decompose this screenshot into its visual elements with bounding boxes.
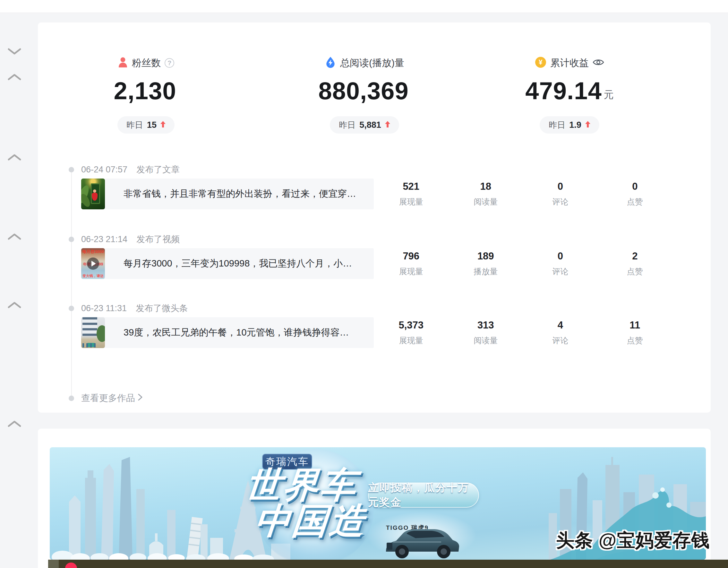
collapse-chevron-up-icon[interactable]	[7, 73, 21, 81]
fans-count: 2,130	[114, 76, 176, 105]
stat-total-reads: 总阅读(播放)量 880,369 昨日 5,881	[262, 56, 467, 133]
article-thumbnail[interactable]	[81, 178, 105, 209]
stat-earnings: ¥ 累计收益 479.14 元 昨日 1.9	[467, 56, 672, 133]
user-icon	[118, 56, 128, 69]
publish-action: 发布了文章	[136, 164, 180, 175]
photo-thumbnail[interactable]	[81, 317, 105, 348]
watermark-author-handle: 头条 @宝妈爱存钱	[556, 528, 710, 553]
help-icon[interactable]: ?	[165, 58, 174, 68]
banner-slogan-line2: 中国造	[253, 503, 368, 538]
view-more-works-link[interactable]: 查看更多作品	[81, 393, 143, 403]
timeline-entry-header: 06-24 07:57 发布了文章	[81, 164, 180, 175]
collapse-chevron-down-icon[interactable]	[7, 47, 21, 56]
metric-label: 展现量	[399, 335, 423, 346]
collapse-chevron-up-icon[interactable]	[7, 232, 21, 241]
publish-time: 06-24 07:57	[81, 165, 127, 175]
work-row-article: 非常省钱，并且非常有型的外出装扮，看过来，便宜穿… 521展现量 18阅读量 0…	[81, 178, 672, 209]
metric-value: 796	[403, 250, 419, 262]
top-bar	[0, 0, 728, 13]
metric-value: 0	[558, 181, 563, 192]
timeline-dot	[69, 237, 74, 242]
bottom-strip-side	[48, 560, 59, 568]
chevron-right-icon	[138, 393, 143, 404]
timeline-dot	[69, 306, 74, 311]
earnings-amount: 479.14	[525, 76, 602, 105]
collapse-chevron-up-icon[interactable]	[7, 153, 21, 161]
metric-label: 点赞	[627, 196, 643, 207]
thumb-caption: 变大钱，请达	[81, 273, 105, 278]
stat-label: 粉丝数	[132, 56, 161, 70]
metric-value: 18	[480, 181, 491, 192]
stats-and-works-card: 粉丝数 ? 2,130 昨日 15 总阅读(播放)量 880,369 昨日	[38, 22, 711, 413]
timeline-entry-header: 06-23 21:14 发布了视频	[81, 234, 180, 244]
read-drop-bolt-icon	[325, 56, 336, 69]
stat-label: 总阅读(播放)量	[340, 56, 404, 70]
trend-up-arrow-icon	[385, 121, 390, 129]
metric-value: 521	[403, 181, 419, 192]
submit-contest-button[interactable]: 立即投稿，瓜分十万元奖金	[368, 483, 479, 508]
work-metrics: 796展现量 189播放量 0评论 2点赞	[374, 248, 672, 279]
collapse-chevron-up-icon[interactable]	[7, 301, 21, 309]
metric-label: 播放量	[474, 266, 498, 277]
work-link[interactable]: 每月存3000 年变为1099 变大钱，请达 每月存3000，三年变为10999…	[81, 248, 374, 279]
creator-dashboard-page: { "stats": { "items": [ { "label": "粉丝数"…	[0, 0, 728, 568]
metric-value: 11	[630, 320, 640, 331]
work-title[interactable]: 非常省钱，并且非常有型的外出装扮，看过来，便宜穿…	[124, 178, 369, 209]
work-title[interactable]: 39度，农民工兄弟的午餐，10元管饱，谁挣钱挣得容…	[124, 317, 369, 348]
metric-label: 评论	[552, 335, 568, 346]
metric-value: 4	[558, 320, 563, 331]
metric-value: 0	[632, 181, 638, 192]
thumb-caption: 每月存3000	[81, 249, 105, 254]
video-thumbnail[interactable]: 每月存3000 年变为1099 变大钱，请达	[81, 248, 105, 279]
yesterday-badge: 昨日 5,881	[330, 116, 399, 133]
timeline-line	[71, 169, 72, 398]
metric-label: 评论	[552, 196, 568, 207]
metric-value: 2	[632, 250, 638, 262]
work-metrics: 521展现量 18阅读量 0评论 0点赞	[374, 178, 672, 209]
stat-label: 累计收益	[550, 56, 589, 70]
play-icon[interactable]	[87, 257, 99, 270]
earnings-unit: 元	[604, 88, 614, 105]
metric-label: 点赞	[627, 266, 643, 277]
work-row-micro-post: 39度，农民工兄弟的午餐，10元管饱，谁挣钱挣得容… 5,373展现量 313阅…	[81, 317, 672, 348]
publish-time: 06-23 11:31	[81, 304, 127, 314]
metric-label: 阅读量	[474, 335, 498, 346]
publish-action: 发布了视频	[136, 233, 180, 245]
work-row-video: 每月存3000 年变为1099 变大钱，请达 每月存3000，三年变为10999…	[81, 248, 672, 279]
metric-value: 5,373	[398, 320, 424, 331]
total-reads-count: 880,369	[318, 76, 409, 105]
metric-label: 展现量	[399, 266, 423, 277]
trend-up-arrow-icon	[585, 121, 590, 129]
timeline-entry-header: 06-23 11:31 发布了微头条	[81, 303, 188, 314]
yesterday-badge: 昨日 15	[117, 116, 175, 133]
publish-time: 06-23 21:14	[81, 234, 127, 244]
timeline-dot	[69, 167, 74, 172]
svg-text:¥: ¥	[539, 58, 543, 66]
yesterday-badge: 昨日 1.9	[540, 116, 599, 133]
trend-up-arrow-icon	[160, 121, 166, 129]
work-link[interactable]: 39度，农民工兄弟的午餐，10元管饱，谁挣钱挣得容…	[81, 317, 374, 348]
metric-label: 展现量	[399, 196, 423, 207]
banner-slogan-line1: 世界车	[244, 467, 359, 503]
suv-car-illustration	[383, 523, 460, 560]
metric-value: 0	[558, 250, 563, 262]
stat-fans: 粉丝数 ? 2,130 昨日 15	[43, 56, 249, 133]
work-link[interactable]: 非常省钱，并且非常有型的外出装扮，看过来，便宜穿…	[81, 178, 374, 209]
work-metrics: 5,373展现量 313阅读量 4评论 11点赞	[374, 317, 672, 348]
timeline-dot	[69, 396, 74, 401]
eye-visibility-icon[interactable]	[593, 58, 604, 68]
metric-label: 评论	[552, 266, 568, 277]
publish-action: 发布了微头条	[136, 303, 188, 314]
metric-label: 阅读量	[474, 196, 498, 207]
metric-value: 189	[477, 250, 494, 262]
coin-yuan-icon: ¥	[535, 56, 546, 69]
metric-value: 313	[477, 320, 494, 331]
work-title[interactable]: 每月存3000，三年变为109998，我已坚持八个月，小…	[124, 248, 369, 279]
collapse-chevron-up-icon[interactable]	[7, 420, 21, 428]
metric-label: 点赞	[627, 335, 643, 346]
bottom-strip	[59, 560, 728, 568]
